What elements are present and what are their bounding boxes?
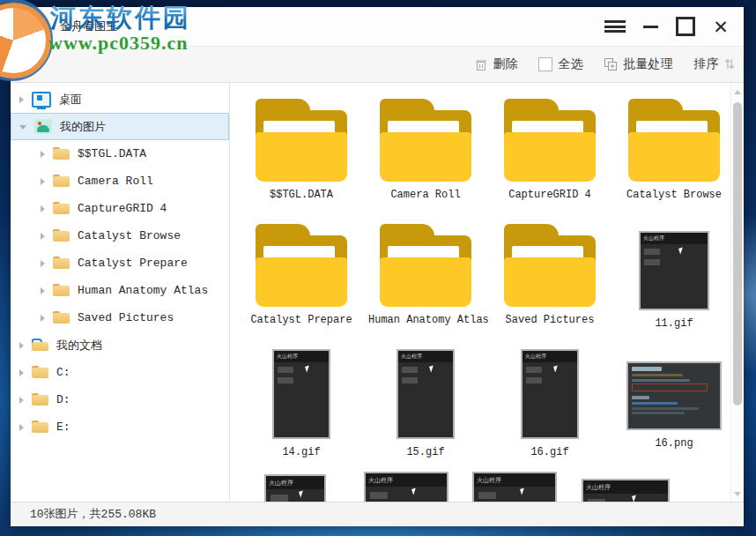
image-tile[interactable]: 16.png (617, 349, 731, 450)
select-all-control[interactable]: 全选 (538, 56, 582, 72)
expand-arrow-icon[interactable] (41, 205, 45, 212)
sidebar-item-drive-d[interactable]: D: (11, 386, 229, 413)
sidebar-item-camera-roll[interactable]: Camera Roll (11, 168, 229, 195)
gif-thumbnail: 火山程序 (521, 349, 579, 439)
cursor-arrow-icon (632, 495, 638, 502)
folder-tile[interactable]: $$TGL.DATA (244, 99, 359, 201)
folder-icon (32, 393, 48, 406)
sidebar-item-drive-c[interactable]: C: (11, 359, 229, 386)
documents-folder-icon (32, 339, 48, 352)
close-button[interactable]: ✕ (703, 12, 738, 41)
expand-arrow-icon[interactable] (41, 260, 45, 267)
thumb-button (370, 492, 388, 499)
cursor-arrow-icon (299, 490, 305, 497)
sidebar-item-catalyst-browse[interactable]: Catalyst Browse (11, 222, 229, 249)
thumb-button (478, 492, 496, 499)
tile-label: Saved Pictures (493, 314, 607, 326)
folder-icon (380, 224, 471, 307)
desktop-icon (32, 92, 51, 108)
orange-swoosh-icon (10, 11, 46, 47)
folder-icon (32, 421, 48, 434)
sidebar-item-tgl-data[interactable]: $$TGL.DATA (11, 140, 229, 168)
folder-tile[interactable]: Catalyst Prepare (244, 224, 359, 326)
collapse-arrow-icon[interactable] (19, 125, 26, 130)
sort-button[interactable]: 排序 ⇅ (693, 56, 735, 72)
tile-label: 11.gif (617, 317, 731, 330)
statusbar: 10张图片，共255.08KB (11, 502, 744, 526)
scrollbar-thumb[interactable] (733, 102, 742, 406)
expand-arrow-icon[interactable] (41, 178, 45, 185)
image-tile[interactable]: 火山程序 15.gif (368, 349, 483, 458)
expand-arrow-icon[interactable] (19, 424, 24, 431)
scroll-down-icon[interactable] (734, 492, 741, 496)
sidebar-item-my-documents[interactable]: 我的文档 (11, 331, 229, 359)
expand-arrow-icon[interactable] (19, 96, 24, 103)
thumbnail-titlebar: 火山程序 (398, 351, 453, 362)
status-summary: 10张图片，共255.08KB (30, 508, 156, 521)
sidebar-item-catalyst-prepare[interactable]: Catalyst Prepare (11, 249, 229, 277)
expand-arrow-icon[interactable] (41, 233, 45, 240)
tile-label: Catalyst Prepare (244, 314, 359, 326)
folder-tile[interactable]: CaptureGRID 4 (493, 99, 607, 201)
folder-tile[interactable]: Human Anatomy Atlas (368, 224, 483, 326)
expand-arrow-icon[interactable] (41, 315, 45, 322)
thumbnail-titlebar: 火山程序 (474, 473, 555, 487)
sidebar-item-drive-e[interactable]: E: (11, 413, 229, 441)
back-button[interactable]: ← (21, 54, 51, 75)
batch-icon (604, 57, 618, 71)
maximize-button[interactable] (668, 12, 703, 41)
thumbnail-titlebar: 火山程序 (641, 233, 708, 244)
folder-icon (53, 311, 70, 324)
tile-label: 14.gif (244, 446, 359, 458)
pictures-icon (34, 119, 52, 134)
image-tile[interactable]: 火山程序 16.gif (493, 349, 607, 458)
expand-arrow-icon[interactable] (41, 287, 45, 294)
minimize-button[interactable] (633, 12, 668, 41)
image-tile-partial[interactable]: 火山程序 (582, 479, 670, 502)
maximize-icon (676, 17, 695, 36)
tile-label: 16.gif (493, 446, 607, 458)
expand-arrow-icon[interactable] (41, 151, 45, 158)
image-tile[interactable]: 火山程序 11.gif (617, 224, 731, 330)
expand-arrow-icon[interactable] (19, 342, 24, 349)
delete-button[interactable]: 删除 (475, 56, 517, 72)
folder-icon (628, 99, 720, 182)
batch-label: 批量处理 (623, 56, 672, 72)
thumb-button (402, 377, 418, 383)
close-icon: ✕ (713, 18, 729, 36)
folder-icon (53, 229, 70, 242)
expand-arrow-icon[interactable] (19, 369, 24, 376)
folder-icon (53, 175, 70, 188)
sidebar-item-capturegrid[interactable]: CaptureGRID 4 (11, 195, 229, 222)
image-tile-partial[interactable]: 火山程序 (472, 472, 557, 502)
toolbar: ← 删除 全选 (11, 47, 744, 83)
image-tile-partial[interactable]: 火山程序 (264, 474, 326, 502)
folder-tile[interactable]: Catalyst Browse (617, 99, 731, 201)
image-tile[interactable]: 火山程序 14.gif (244, 349, 359, 458)
thumb-button (588, 499, 605, 502)
vertical-scrollbar[interactable] (730, 83, 744, 502)
folder-icon (53, 257, 70, 270)
sidebar-item-my-pictures[interactable]: 我的图片 (11, 113, 229, 140)
batch-process-button[interactable]: 批量处理 (604, 56, 672, 72)
select-all-checkbox[interactable] (538, 57, 552, 71)
folder-tile[interactable]: Saved Pictures (493, 224, 607, 326)
folder-icon (504, 224, 596, 307)
sidebar-item-saved-pictures[interactable]: Saved Pictures (11, 304, 229, 331)
sidebar-item-human-anatomy-atlas[interactable]: Human Anatomy Atlas (11, 277, 229, 304)
expand-arrow-icon[interactable] (19, 397, 24, 404)
minimize-icon (643, 26, 658, 28)
menu-button[interactable] (597, 12, 633, 41)
tile-label: Camera Roll (368, 189, 483, 201)
sort-label: 排序 (693, 56, 718, 72)
window-title: 金舟看图王 (60, 19, 117, 34)
app-window: 金舟看图王 ✕ ← 删除 全选 (11, 7, 744, 526)
image-tile-partial[interactable]: 火山程序 (364, 472, 448, 502)
titlebar: 金舟看图王 ✕ (11, 7, 744, 47)
folder-tree-sidebar: 桌面 我的图片 $$TGL.DATA Camera Roll CaptureGR (11, 83, 230, 502)
folder-tile[interactable]: Camera Roll (368, 99, 483, 201)
scroll-up-icon[interactable] (734, 90, 741, 94)
thumbnail-grid: $$TGL.DATA Camera Roll CaptureGRID 4 Cat… (230, 83, 744, 502)
thumb-button (526, 377, 542, 383)
sidebar-item-desktop[interactable]: 桌面 (11, 86, 229, 113)
